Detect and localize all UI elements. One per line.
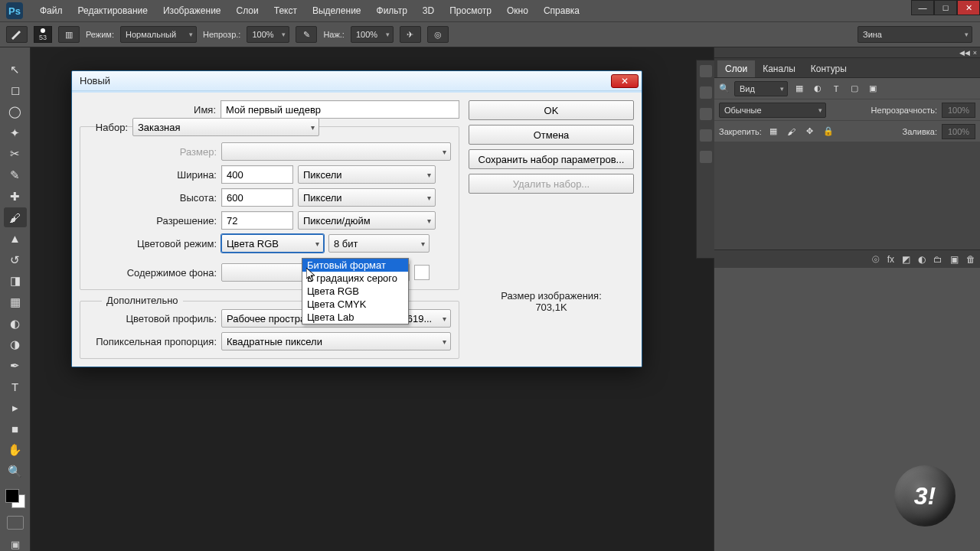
wand-tool[interactable]: ✦ <box>4 123 27 143</box>
menu-window[interactable]: Окно <box>499 5 536 16</box>
filter-adjust-icon[interactable]: ◐ <box>811 83 825 95</box>
move-tool[interactable]: ↖ <box>4 60 27 80</box>
dropdown-option[interactable]: Цвета CMYK <box>302 298 408 311</box>
width-unit-select[interactable]: Пиксели <box>298 165 436 184</box>
menu-layers[interactable]: Слои <box>229 5 266 16</box>
gradient-tool[interactable]: ▦ <box>4 292 27 312</box>
hand-tool[interactable]: ✋ <box>4 441 27 461</box>
pressure-opacity-icon[interactable]: ✎ <box>296 26 317 43</box>
menu-view[interactable]: Просмотр <box>442 5 499 16</box>
dropdown-option[interactable]: Битовый формат <box>302 259 408 272</box>
save-preset-button[interactable]: Сохранить набор параметров... <box>469 149 634 169</box>
lock-paint-icon[interactable]: 🖌 <box>785 126 799 138</box>
collapsed-panel-icon[interactable] <box>700 129 712 142</box>
new-layer-icon[interactable]: ▣ <box>950 254 959 265</box>
eyedropper-tool[interactable]: ✎ <box>4 165 27 185</box>
resolution-unit-select[interactable]: Пиксели/дюйм <box>298 211 436 230</box>
shape-tool[interactable]: ■ <box>4 419 27 439</box>
tab-channels[interactable]: Каналы <box>755 60 803 77</box>
pen-tool[interactable]: ✒ <box>4 356 27 376</box>
path-select-tool[interactable]: ▸ <box>4 398 27 418</box>
eraser-tool[interactable]: ◨ <box>4 271 27 291</box>
pressure-size-icon[interactable]: ◎ <box>427 26 449 43</box>
bit-depth-select[interactable]: 8 бит <box>328 234 430 253</box>
lock-pixels-icon[interactable]: ▦ <box>766 126 780 138</box>
brush-preset-picker[interactable]: 53 <box>34 26 52 43</box>
airbrush-icon[interactable]: ✈ <box>400 26 421 43</box>
dialog-close-button[interactable]: ✕ <box>611 74 639 88</box>
lock-all-icon[interactable]: 🔒 <box>822 126 835 138</box>
color-swatches[interactable] <box>5 489 25 509</box>
fx-icon[interactable]: fx <box>887 254 894 265</box>
filter-pixel-icon[interactable]: ▦ <box>792 83 806 95</box>
dropdown-option[interactable]: Цвета Lab <box>302 311 408 324</box>
dodge-tool[interactable]: ◑ <box>4 334 27 354</box>
collapsed-panel-icon[interactable] <box>700 108 712 120</box>
brush-tool[interactable]: 🖌 <box>4 207 27 227</box>
menu-filter[interactable]: Фильтр <box>369 5 415 16</box>
window-minimize-button[interactable]: — <box>911 0 934 15</box>
menu-3d[interactable]: 3D <box>415 5 442 16</box>
color-mode-dropdown[interactable]: Битовый формат В градациях серого Цвета … <box>302 258 409 324</box>
ok-button[interactable]: OK <box>469 100 634 120</box>
dropdown-option[interactable]: В градациях серого <box>302 272 408 285</box>
height-input[interactable] <box>221 188 293 207</box>
blend-mode-select[interactable]: Нормальный <box>120 26 197 43</box>
filter-icon[interactable]: 🔍 <box>719 83 730 93</box>
marquee-tool[interactable]: ◻ <box>4 81 27 101</box>
dialog-titlebar[interactable]: Новый ✕ <box>72 71 642 91</box>
adjustment-icon[interactable]: ◐ <box>918 254 926 265</box>
link-layers-icon[interactable]: ⦾ <box>872 254 880 265</box>
height-unit-select[interactable]: Пиксели <box>298 188 436 207</box>
layer-blend-select[interactable]: Обычные <box>719 103 826 118</box>
workspace-preset-select[interactable]: Зина <box>858 26 972 43</box>
delete-layer-icon[interactable]: 🗑 <box>966 254 975 265</box>
window-close-button[interactable]: ✕ <box>957 0 980 15</box>
tab-layers[interactable]: Слои <box>717 60 755 77</box>
resolution-input[interactable] <box>221 211 293 230</box>
screen-mode-toggle[interactable]: ▣ <box>7 537 24 551</box>
window-maximize-button[interactable]: □ <box>934 0 957 15</box>
layer-fill-field[interactable]: 100% <box>942 124 975 139</box>
menu-select[interactable]: Выделение <box>305 5 369 16</box>
cancel-button[interactable]: Отмена <box>469 125 634 145</box>
lasso-tool[interactable]: ◯ <box>4 102 27 122</box>
color-mode-select[interactable]: Цвета RGB <box>221 234 324 253</box>
mask-mode-toggle[interactable] <box>7 516 24 530</box>
menu-file[interactable]: Файл <box>32 5 70 16</box>
tab-paths[interactable]: Контуры <box>803 60 854 77</box>
lock-position-icon[interactable]: ✥ <box>803 126 817 138</box>
brush-tool-icon[interactable] <box>6 26 28 43</box>
menu-image[interactable]: Изображение <box>155 5 229 16</box>
type-tool[interactable]: T <box>4 377 27 397</box>
preset-select[interactable]: Заказная <box>132 118 319 136</box>
name-input[interactable] <box>220 100 459 119</box>
width-input[interactable] <box>221 165 293 184</box>
history-brush-tool[interactable]: ↺ <box>4 250 27 270</box>
dropdown-option[interactable]: Цвета RGB <box>302 285 408 298</box>
collapsed-panel-icon[interactable] <box>700 65 712 77</box>
filter-kind-select[interactable]: Вид <box>734 81 788 96</box>
stamp-tool[interactable]: ▲ <box>4 229 27 249</box>
filter-smart-icon[interactable]: ▣ <box>866 83 880 95</box>
brush-settings-button[interactable]: ▥ <box>58 26 80 43</box>
opacity-select[interactable]: 100% <box>247 26 289 43</box>
collapsed-panel-icon[interactable] <box>700 86 712 99</box>
filter-shape-icon[interactable]: ▢ <box>848 83 861 95</box>
panel-collapse-strip[interactable]: ◀◀× <box>714 47 980 58</box>
aspect-select[interactable]: Квадратные пиксели <box>221 332 451 350</box>
menu-text[interactable]: Текст <box>266 5 305 16</box>
group-icon[interactable]: 🗀 <box>933 254 942 265</box>
layer-opacity-field[interactable]: 100% <box>942 103 975 118</box>
filter-type-icon[interactable]: T <box>829 83 843 95</box>
menu-edit[interactable]: Редактирование <box>70 5 155 16</box>
menu-help[interactable]: Справка <box>536 5 587 16</box>
healing-tool[interactable]: ✚ <box>4 187 27 207</box>
zoom-tool[interactable]: 🔍 <box>4 461 27 481</box>
background-color-swatch[interactable] <box>414 265 430 280</box>
flow-select[interactable]: 100% <box>351 26 394 43</box>
layers-list[interactable] <box>714 142 980 249</box>
collapsed-panel-icon[interactable] <box>700 151 712 163</box>
mask-icon[interactable]: ◩ <box>902 254 910 265</box>
close-icon[interactable]: × <box>973 49 977 57</box>
